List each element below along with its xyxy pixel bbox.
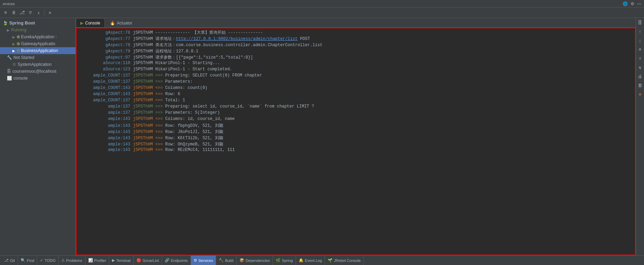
log-source: ample:137	[78, 110, 133, 115]
import-icon[interactable]: ⇅	[637, 64, 644, 71]
gateway-icon: ⬟	[17, 41, 20, 46]
business-label: BusinessApplication	[21, 48, 58, 53]
dependencies-label: Dependencies	[246, 258, 270, 263]
eureka-label: EurekaApplication :	[21, 34, 57, 39]
tab-actuator[interactable]: 🔥 Actuator	[105, 18, 137, 27]
db-icon: 🗄	[7, 69, 11, 74]
filter-list-icon[interactable]: ≡	[637, 46, 644, 53]
window-title-text: ervices	[3, 2, 15, 6]
log-text: j5PSThHM <== Columns: id, course_id, nam…	[133, 116, 235, 121]
align-right-icon[interactable]: ≣	[10, 9, 17, 16]
status-item-terminal[interactable]: ▶Terminal	[109, 256, 134, 265]
console-sidebar-label: console	[13, 76, 28, 81]
log-source: ample_COUNT:137	[78, 73, 133, 78]
log-line: aSource:110j5PSThHM HikariPool-1 - Start…	[76, 61, 635, 67]
build-label: Build	[225, 258, 233, 263]
minimize-icon[interactable]: —	[637, 1, 641, 6]
log-text: j5PSThHM 类名方法：com.course.business.contro…	[133, 42, 323, 48]
status-item-dependencies[interactable]: 📦Dependencies	[237, 256, 273, 265]
sidebar-item-business[interactable]: ▶ ⬟ BusinessApplication	[0, 47, 75, 54]
eureka-icon: ⬟	[17, 34, 20, 39]
delete-icon[interactable]: 🗑	[637, 82, 644, 89]
status-item-sonarlint[interactable]: 🔴SonarLint	[134, 256, 162, 265]
status-item-endpoints[interactable]: 🔗Endpoints	[162, 256, 191, 265]
running-label: Running	[11, 28, 27, 32]
sidebar-item-localhost[interactable]: 🗄 courseimooc@localhost	[0, 68, 75, 75]
log-text: j5PSThHM <== Row: 6	[133, 92, 180, 96]
log-source: gAspect:79	[78, 49, 133, 54]
sonarlint-label: SonarLint	[143, 258, 159, 263]
status-item-spring[interactable]: 🌿Spring	[273, 256, 296, 265]
sidebar-title: Spring Boot	[9, 20, 35, 26]
sidebar-item-system[interactable]: ⚙ SystemApplication	[0, 61, 75, 68]
status-item-find[interactable]: 🔍Find	[18, 256, 37, 265]
arrow-up-icon[interactable]: ↑	[637, 28, 644, 35]
tab-console[interactable]: ▶ Console	[76, 18, 105, 27]
log-source: ample:143	[78, 130, 133, 134]
log-text: j5PSThHM -------------- 【大章】查询开始 -------…	[133, 30, 263, 35]
more-icon[interactable]: »	[47, 9, 53, 16]
save-icon[interactable]: ⇓	[35, 9, 42, 16]
tab-bar: ▶ Console 🔥 Actuator	[76, 18, 636, 28]
log-source: ample:143	[78, 123, 133, 128]
status-item-build[interactable]: 🔨Build	[216, 256, 236, 265]
settings-icon[interactable]: ⚙	[631, 1, 634, 6]
status-item-services[interactable]: ⚙Services	[191, 256, 216, 265]
log-line: gAspect:78j5PSThHM 类名方法：com.course.busin…	[76, 42, 635, 48]
sidebar-item-notstarted[interactable]: 🔧 Not Started	[0, 54, 75, 61]
database-icon[interactable]: 🗄	[637, 19, 644, 26]
log-line: ample:143j5PSThHM <== Row: OhQzymeB, 521…	[76, 141, 635, 147]
log-source: gAspect:76	[78, 30, 133, 35]
toolbar-separator	[44, 10, 44, 16]
log-line: ample:143j5PSThHM <== Row: K6tT3i2b, 521…	[76, 135, 635, 141]
system-icon: ⚙	[12, 62, 16, 67]
maven-icon[interactable]: m	[637, 91, 644, 98]
log-source: ample:143	[78, 142, 133, 147]
business-icon: ⬟	[17, 48, 20, 53]
sidebar-item-running[interactable]: ▶ Running	[0, 27, 75, 33]
log-text: j5PSThHM <== Row: OhQzymeB, 521, 刘颖	[133, 141, 223, 147]
main-content: 🍃 Spring Boot ▶ Running ▶ ⬟ EurekaApplic…	[0, 18, 644, 255]
sidebar-item-gateway[interactable]: ▶ ⬟ GatewayApplicatio	[0, 40, 75, 47]
log-line: ample:143j5PSThHM <== Row: fbphgD3V, 521…	[76, 123, 635, 129]
problems-icon: ⚠	[61, 258, 65, 263]
filter-icon[interactable]: ▽	[27, 9, 34, 16]
status-item-todo[interactable]: ✓TODO	[37, 256, 59, 265]
status-item-event-log[interactable]: 🔔Event Log	[296, 256, 325, 265]
arrow-down-icon[interactable]: ↓	[637, 37, 644, 44]
status-item-problems[interactable]: ⚠Problems	[59, 256, 85, 265]
profiler-label: Profiler	[94, 258, 106, 263]
sonarlint-icon: 🔴	[136, 258, 141, 263]
services-icon: ⚙	[194, 258, 197, 263]
jrebel-icon: 🌱	[328, 258, 333, 263]
gateway-label: GatewayApplicatio	[21, 41, 55, 46]
right-sidebar: 🗄 ↑ ↓ ≡ X ⇅ 🖨 🗑 m	[636, 18, 644, 255]
log-source: aSource:123	[78, 67, 133, 72]
sidebar: 🍃 Spring Boot ▶ Running ▶ ⬟ EurekaApplic…	[0, 18, 76, 255]
console-tab-icon: ▶	[80, 21, 83, 26]
sidebar-item-eureka[interactable]: ▶ ⬟ EurekaApplication :	[0, 33, 75, 40]
align-left-icon[interactable]: ≡	[2, 9, 9, 16]
gateway-arrow: ▶	[12, 42, 15, 46]
log-line: ample:137j5PSThHM ==> Preparing: select …	[76, 104, 635, 110]
log-source: gAspect:78	[78, 43, 133, 48]
log-line: ample_COUNT:137 j5PSThHM ==> Parameters:	[76, 79, 635, 85]
endpoints-icon: 🔗	[165, 258, 170, 263]
log-text: j5PSThHM ==> Preparing: select id, cours…	[133, 104, 314, 109]
excel-icon[interactable]: X	[637, 55, 644, 62]
status-item-profiler[interactable]: 📊Profiler	[85, 256, 110, 265]
running-arrow: ▶	[7, 28, 10, 32]
status-item-jrebel[interactable]: 🌱JRebel Console	[325, 256, 364, 265]
log-text: j5PSThHM <== Row: J8oPo1JI, 521, 刘颖	[133, 129, 223, 135]
log-source: gAspect:77	[78, 37, 133, 41]
sidebar-item-springboot[interactable]: 🍃 Spring Boot	[0, 19, 75, 27]
log-source: ample:143	[78, 136, 133, 141]
find-label: Find	[27, 258, 34, 263]
system-label: SystemApplication	[18, 62, 52, 67]
print-icon[interactable]: 🖨	[637, 73, 644, 80]
todo-label: TODO	[44, 258, 55, 263]
globe-icon[interactable]: 🌐	[623, 1, 628, 6]
branch-icon[interactable]: ⎇	[19, 9, 25, 16]
sidebar-item-console[interactable]: ⬜ console	[0, 75, 75, 82]
status-item-git[interactable]: ⎇Git	[1, 256, 18, 265]
